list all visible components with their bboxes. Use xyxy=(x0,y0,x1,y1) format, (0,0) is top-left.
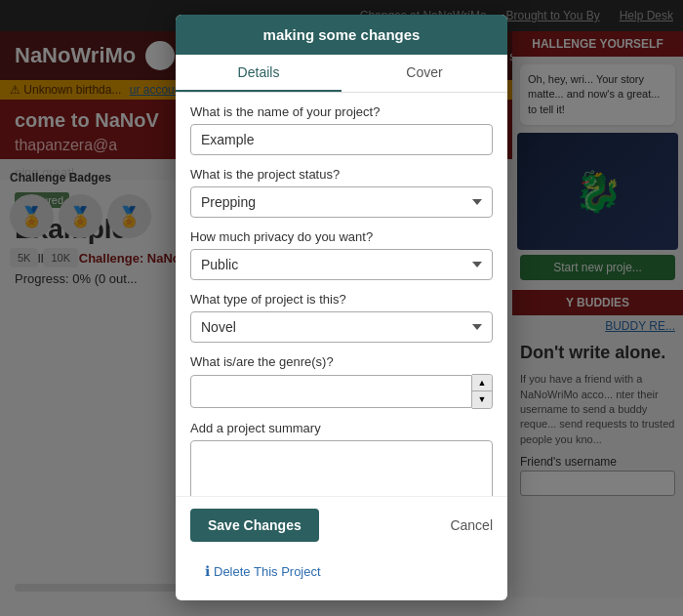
modal-dialog: making some changes Details Cover What i… xyxy=(176,15,507,600)
genre-down-button[interactable]: ▼ xyxy=(472,391,492,408)
summary-textarea[interactable] xyxy=(190,440,493,496)
genre-wrapper: ▲ ▼ xyxy=(190,374,493,409)
modal-tabs: Details Cover xyxy=(176,55,507,93)
type-label: What type of project is this? xyxy=(190,292,493,307)
genre-up-button[interactable]: ▲ xyxy=(472,375,492,391)
type-select[interactable]: Novel Short Story Nonfiction Script Othe… xyxy=(190,311,493,343)
cancel-button[interactable]: Cancel xyxy=(450,517,493,533)
name-input[interactable] xyxy=(190,124,493,155)
field-name: What is the name of your project? xyxy=(190,104,493,155)
field-summary: Add a project summary xyxy=(190,421,493,496)
genre-select[interactable] xyxy=(190,375,472,408)
field-status: What is the project status? Prepping Dra… xyxy=(190,167,493,218)
tab-details-label: Details xyxy=(238,64,280,80)
modal-body: What is the name of your project? What i… xyxy=(176,93,507,496)
field-privacy: How much privacy do you want? Public Pri… xyxy=(190,229,493,280)
save-button[interactable]: Save Changes xyxy=(190,509,319,542)
info-icon: ℹ xyxy=(205,563,210,579)
modal-header: making some changes xyxy=(176,15,507,55)
modal-overlay: making some changes Details Cover What i… xyxy=(0,0,683,616)
privacy-select[interactable]: Public Private Shared xyxy=(190,249,493,280)
delete-link[interactable]: ℹ Delete This Project xyxy=(190,558,493,589)
genre-spinners: ▲ ▼ xyxy=(472,374,493,409)
modal-title: making some changes xyxy=(263,26,421,43)
status-select[interactable]: Prepping Drafting Revising Complete xyxy=(190,186,493,218)
summary-label: Add a project summary xyxy=(190,421,493,435)
tab-details[interactable]: Details xyxy=(176,55,342,92)
modal-footer: Save Changes Cancel xyxy=(176,496,507,554)
genre-label: What is/are the genre(s)? xyxy=(190,354,493,369)
tab-cover[interactable]: Cover xyxy=(342,55,507,92)
field-type: What type of project is this? Novel Shor… xyxy=(190,292,493,343)
delete-area: ℹ Delete This Project xyxy=(176,554,507,600)
status-label: What is the project status? xyxy=(190,167,493,182)
field-genre: What is/are the genre(s)? ▲ ▼ xyxy=(190,354,493,409)
delete-label: Delete This Project xyxy=(214,564,321,579)
name-label: What is the name of your project? xyxy=(190,104,493,119)
tab-cover-label: Cover xyxy=(406,64,442,80)
privacy-label: How much privacy do you want? xyxy=(190,229,493,244)
